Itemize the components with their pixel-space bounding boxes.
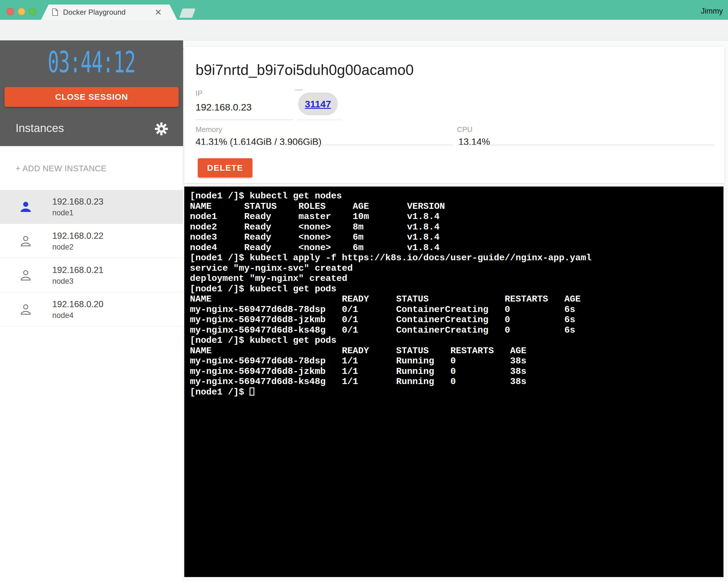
instance-card: b9i7nrtd_b9i7oi5duh0g00acamo0 IP 192.168… bbox=[184, 47, 725, 183]
port-link[interactable]: 31147 bbox=[305, 99, 331, 110]
session-timer: 03:44:12 bbox=[33, 45, 150, 79]
new-tab-button[interactable] bbox=[179, 8, 196, 18]
instance-ip: 192.168.0.22 bbox=[52, 231, 103, 241]
instance-node-name: node4 bbox=[52, 311, 74, 320]
instance-person-icon bbox=[19, 235, 32, 248]
instance-title: b9i7nrtd_b9i7oi5duh0g00acamo0 bbox=[196, 61, 414, 78]
port-badge[interactable]: 31147 bbox=[298, 93, 338, 115]
instance-node-name: node3 bbox=[52, 277, 74, 286]
page-favicon-icon bbox=[52, 8, 58, 16]
browser-addressbar: Secure https://labs.play-with-k8s.com/p/… bbox=[0, 20, 728, 41]
instance-row-node4[interactable]: 192.168.0.20 node4 bbox=[0, 292, 183, 326]
os-user-label: Jimmy bbox=[701, 7, 723, 16]
terminal-output: [node1 /]$ kubectl get nodes NAME STATUS… bbox=[190, 191, 718, 397]
ip-field-label: IP bbox=[196, 89, 203, 98]
sidebar-header: 03:44:12 CLOSE SESSION Instances bbox=[0, 41, 183, 146]
instance-person-icon bbox=[19, 269, 32, 282]
port-field-underline bbox=[296, 120, 342, 120]
close-window-button[interactable] bbox=[6, 8, 14, 15]
close-session-button[interactable]: CLOSE SESSION bbox=[4, 87, 179, 107]
browser-tab[interactable]: Docker Playground bbox=[41, 4, 177, 20]
instance-row-node3[interactable]: 192.168.0.21 node3 bbox=[0, 258, 183, 292]
zoom-window-button[interactable] bbox=[29, 8, 36, 15]
settings-gear-icon[interactable] bbox=[154, 122, 168, 136]
instances-heading: Instances bbox=[16, 122, 64, 134]
delete-instance-button[interactable]: DELETE bbox=[198, 158, 252, 178]
memory-field-underline bbox=[196, 145, 453, 145]
cpu-field-underline bbox=[457, 145, 714, 145]
cpu-field-label: CPU bbox=[457, 125, 472, 134]
instance-node-name: node1 bbox=[52, 209, 74, 217]
instance-row-node1[interactable]: 192.168.0.23 node1 bbox=[0, 190, 183, 224]
add-new-instance-button[interactable]: + ADD NEW INSTANCE bbox=[16, 164, 107, 173]
instance-person-icon-selected bbox=[19, 201, 32, 214]
memory-field-label: Memory bbox=[196, 125, 222, 134]
instance-node-name: node2 bbox=[52, 243, 74, 252]
ip-field-value[interactable]: 192.168.0.23 bbox=[196, 102, 252, 113]
memory-field-value[interactable]: 41.31% (1.614GiB / 3.906GiB) bbox=[196, 136, 321, 147]
instance-person-icon bbox=[19, 303, 32, 316]
instance-ip: 192.168.0.20 bbox=[52, 299, 103, 310]
tab-title: Docker Playground bbox=[63, 8, 154, 17]
ip-field-underline bbox=[196, 120, 293, 120]
cpu-field-value[interactable]: 13.14% bbox=[459, 136, 490, 147]
instance-ip: 192.168.0.21 bbox=[52, 265, 103, 275]
close-tab-icon[interactable] bbox=[154, 8, 162, 17]
terminal[interactable]: [node1 /]$ kubectl get nodes NAME STATUS… bbox=[184, 186, 724, 577]
session-sidebar: 03:44:12 CLOSE SESSION Instances + ADD N… bbox=[0, 41, 183, 581]
browser-titlebar: Docker Playground Jimmy bbox=[0, 0, 728, 20]
instance-row-node2[interactable]: 192.168.0.22 node2 bbox=[0, 224, 183, 258]
terminal-cursor bbox=[250, 388, 254, 396]
instance-ip: 192.168.0.23 bbox=[52, 197, 103, 207]
port-field-mark bbox=[295, 89, 303, 90]
minimize-window-button[interactable] bbox=[18, 8, 25, 15]
instance-detail-panel: b9i7nrtd_b9i7oi5duh0g00acamo0 IP 192.168… bbox=[183, 41, 728, 581]
